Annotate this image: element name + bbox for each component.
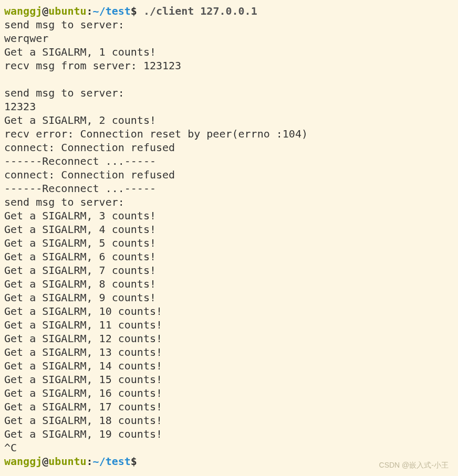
prompt-at: @ [42,455,48,468]
output-line: Get a SIGALRM, 13 counts! [4,345,454,359]
prompt-path: ~/test [93,5,131,17]
output-line [4,72,454,86]
output-line: Get a SIGALRM, 9 counts! [4,291,454,304]
output-line: send msg to server: [4,195,454,209]
output-line: Get a SIGALRM, 18 counts! [4,414,454,427]
output-line: Get a SIGALRM, 14 counts! [4,359,454,373]
output-line: ^C [4,441,454,454]
prompt-colon: : [87,5,93,17]
prompt-colon: : [87,455,93,468]
output-line: Get a SIGALRM, 11 counts! [4,318,454,332]
output-line: Get a SIGALRM, 17 counts! [4,400,454,414]
output-line: send msg to server: [4,18,454,31]
output-line: connect: Connection refused [4,141,454,154]
output-line: Get a SIGALRM, 10 counts! [4,304,454,318]
output-line: Get a SIGALRM, 15 counts! [4,373,454,386]
output-line: werqwer [4,31,454,45]
output-line: ------Reconnect ...----- [4,154,454,168]
output-container: send msg to server:werqwerGet a SIGALRM,… [4,18,454,454]
output-line: Get a SIGALRM, 1 counts! [4,45,454,59]
output-line: Get a SIGALRM, 7 counts! [4,263,454,277]
output-line: ------Reconnect ...----- [4,182,454,195]
output-line: send msg to server: [4,86,454,100]
prompt-path: ~/test [93,455,131,468]
output-line: recv error: Connection reset by peer(err… [4,127,454,141]
output-line: Get a SIGALRM, 5 counts! [4,236,454,250]
output-line: Get a SIGALRM, 6 counts! [4,250,454,263]
prompt-user: wanggj [4,455,42,468]
prompt-host: ubuntu [48,455,86,468]
prompt-user: wanggj [4,5,42,17]
output-line: Get a SIGALRM, 8 counts! [4,277,454,291]
watermark: CSDN @嵌入式-小王 [379,460,449,470]
output-line: 12323 [4,100,454,113]
output-line: Get a SIGALRM, 3 counts! [4,209,454,223]
output-line: Get a SIGALRM, 4 counts! [4,223,454,236]
output-line: Get a SIGALRM, 2 counts! [4,113,454,127]
output-line: Get a SIGALRM, 16 counts! [4,386,454,400]
prompt-dollar: $ [131,5,137,17]
prompt-at: @ [42,5,48,17]
terminal[interactable]: wanggj@ubuntu:~/test$ ./client 127.0.0.1… [4,4,454,468]
output-line: Get a SIGALRM, 12 counts! [4,332,454,345]
prompt-host: ubuntu [48,5,86,17]
output-line: connect: Connection refused [4,168,454,182]
prompt-dollar: $ [131,455,137,468]
output-line: recv msg from server: 123123 [4,59,454,72]
command-text: ./client 127.0.0.1 [137,5,257,17]
output-line: Get a SIGALRM, 19 counts! [4,427,454,441]
prompt-line-1: wanggj@ubuntu:~/test$ ./client 127.0.0.1 [4,4,454,18]
